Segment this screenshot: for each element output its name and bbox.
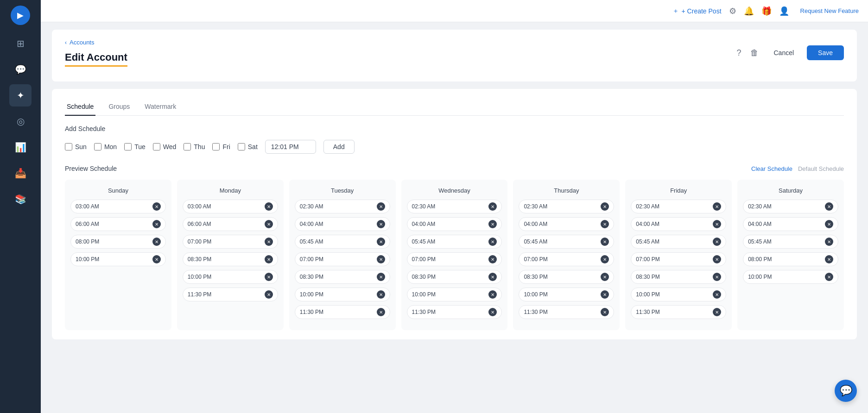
time-slot-remove-button[interactable]: ✕ [713, 273, 721, 281]
tab-watermark[interactable]: Watermark [143, 98, 178, 116]
time-slot-remove-button[interactable]: ✕ [152, 255, 161, 263]
sidebar-item-library[interactable]: 📚 [9, 188, 32, 210]
time-slot-label: 10:00 PM [300, 291, 323, 298]
time-slot-remove-button[interactable]: ✕ [825, 273, 833, 281]
app-logo[interactable]: ▶ [11, 6, 30, 25]
time-slot-remove-button[interactable]: ✕ [265, 290, 273, 299]
time-slot-remove-button[interactable]: ✕ [713, 238, 721, 246]
time-slot-remove-button[interactable]: ✕ [377, 238, 385, 246]
time-slot-label: 04:00 AM [412, 221, 436, 227]
time-slot-remove-button[interactable]: ✕ [265, 273, 273, 281]
user-icon[interactable]: 👤 [779, 6, 789, 16]
sidebar-item-circle[interactable]: ◎ [9, 110, 32, 132]
delete-button[interactable]: 🗑 [748, 46, 760, 60]
time-slot-label: 05:45 AM [524, 238, 547, 245]
time-slot-remove-button[interactable]: ✕ [377, 220, 385, 228]
time-slot-remove-button[interactable]: ✕ [601, 238, 609, 246]
time-slot-label: 08:30 PM [188, 256, 211, 263]
time-slot-remove-button[interactable]: ✕ [265, 238, 273, 246]
request-feature-link[interactable]: Request New Feature [800, 7, 859, 14]
tab-groups[interactable]: Groups [107, 98, 132, 116]
time-slot-remove-button[interactable]: ✕ [377, 273, 385, 281]
time-slot-remove-button[interactable]: ✕ [488, 308, 497, 316]
help-button[interactable]: ? [735, 46, 743, 60]
schedule-card: Schedule Groups Watermark Add Schedule S… [52, 89, 857, 339]
time-slot: 08:30 PM✕ [519, 270, 614, 284]
sat-checkbox[interactable] [238, 143, 245, 150]
time-slot-remove-button[interactable]: ✕ [713, 202, 721, 211]
day-column-monday: Monday03:00 AM✕06:00 AM✕07:00 PM✕08:30 P… [177, 180, 284, 330]
time-slot-label: 10:00 PM [188, 274, 211, 280]
thu-checkbox[interactable] [184, 143, 191, 150]
time-slot-remove-button[interactable]: ✕ [713, 220, 721, 228]
time-slot-remove-button[interactable]: ✕ [713, 255, 721, 263]
cancel-button[interactable]: Cancel [766, 45, 801, 60]
time-slot-remove-button[interactable]: ✕ [265, 255, 273, 263]
tue-checkbox[interactable] [124, 143, 132, 150]
tab-schedule[interactable]: Schedule [65, 98, 95, 116]
sidebar-item-analytics[interactable]: 📊 [9, 136, 32, 158]
time-slot-label: 02:30 AM [412, 203, 436, 210]
create-post-button[interactable]: ＋ + Create Post [672, 7, 722, 15]
time-slot-remove-button[interactable]: ✕ [488, 220, 497, 228]
time-slot-label: 08:30 PM [524, 274, 547, 280]
time-slot-remove-button[interactable]: ✕ [377, 255, 385, 263]
sidebar-item-network[interactable]: ✦ [9, 84, 32, 106]
time-slot-remove-button[interactable]: ✕ [377, 308, 385, 316]
default-schedule-link[interactable]: Default Schedule [798, 165, 844, 172]
time-slot-label: 11:30 PM [412, 309, 436, 315]
time-slot-remove-button[interactable]: ✕ [601, 290, 609, 299]
time-slot-remove-button[interactable]: ✕ [377, 202, 385, 211]
chat-bubble[interactable]: 💬 [835, 380, 857, 402]
sun-checkbox[interactable] [65, 143, 72, 150]
time-slot-remove-button[interactable]: ✕ [601, 202, 609, 211]
time-slot: 04:00 AM✕ [519, 217, 614, 231]
time-slot-remove-button[interactable]: ✕ [601, 308, 609, 316]
time-slot: 08:00 PM✕ [70, 235, 166, 249]
fri-checkbox[interactable] [212, 143, 220, 150]
time-slot-remove-button[interactable]: ✕ [825, 202, 833, 211]
time-slot-remove-button[interactable]: ✕ [825, 238, 833, 246]
logo-icon: ▶ [17, 10, 24, 20]
time-slot-remove-button[interactable]: ✕ [488, 290, 497, 299]
create-post-label: + Create Post [682, 7, 722, 15]
time-input[interactable] [265, 140, 316, 154]
time-slot-remove-button[interactable]: ✕ [713, 290, 721, 299]
breadcrumb[interactable]: ‹ Accounts [65, 39, 127, 46]
wed-checkbox[interactable] [153, 143, 160, 150]
notifications-icon[interactable]: 🔔 [744, 6, 754, 16]
time-slot-remove-button[interactable]: ✕ [152, 202, 161, 211]
time-slot-label: 11:30 PM [300, 309, 323, 315]
time-slot-remove-button[interactable]: ✕ [488, 202, 497, 211]
save-button[interactable]: Save [807, 45, 844, 60]
time-slot-remove-button[interactable]: ✕ [713, 308, 721, 316]
sidebar-item-inbox[interactable]: 📥 [9, 162, 32, 184]
sidebar-item-posts[interactable]: 💬 [9, 58, 32, 81]
checkbox-tue: Tue [124, 143, 146, 150]
sidebar-item-dashboard[interactable]: ⊞ [9, 32, 32, 55]
time-slot-remove-button[interactable]: ✕ [488, 273, 497, 281]
card-header: ‹ Accounts Edit Account ? 🗑 Cancel Save [65, 39, 844, 72]
time-slot-remove-button[interactable]: ✕ [265, 202, 273, 211]
time-slot-remove-button[interactable]: ✕ [601, 220, 609, 228]
add-button[interactable]: Add [323, 140, 355, 154]
time-slot-remove-button[interactable]: ✕ [377, 290, 385, 299]
time-slot-remove-button[interactable]: ✕ [265, 220, 273, 228]
time-slot-remove-button[interactable]: ✕ [152, 238, 161, 246]
time-slot: 06:00 AM✕ [70, 217, 166, 231]
time-slot-label: 10:00 PM [748, 274, 772, 280]
time-slot-remove-button[interactable]: ✕ [488, 255, 497, 263]
preview-actions: Clear Schedule Default Schedule [751, 165, 844, 172]
clear-schedule-link[interactable]: Clear Schedule [751, 165, 792, 172]
time-slot-remove-button[interactable]: ✕ [488, 238, 497, 246]
time-slot: 03:00 AM✕ [70, 200, 166, 213]
time-slot-remove-button[interactable]: ✕ [152, 220, 161, 228]
time-slot-remove-button[interactable]: ✕ [825, 255, 833, 263]
time-slot-remove-button[interactable]: ✕ [601, 273, 609, 281]
time-slot-remove-button[interactable]: ✕ [825, 220, 833, 228]
gift-icon[interactable]: 🎁 [761, 6, 772, 16]
settings-icon[interactable]: ⚙ [729, 6, 736, 16]
time-slot: 07:00 PM✕ [631, 252, 726, 266]
time-slot-remove-button[interactable]: ✕ [601, 255, 609, 263]
mon-checkbox[interactable] [94, 143, 101, 150]
